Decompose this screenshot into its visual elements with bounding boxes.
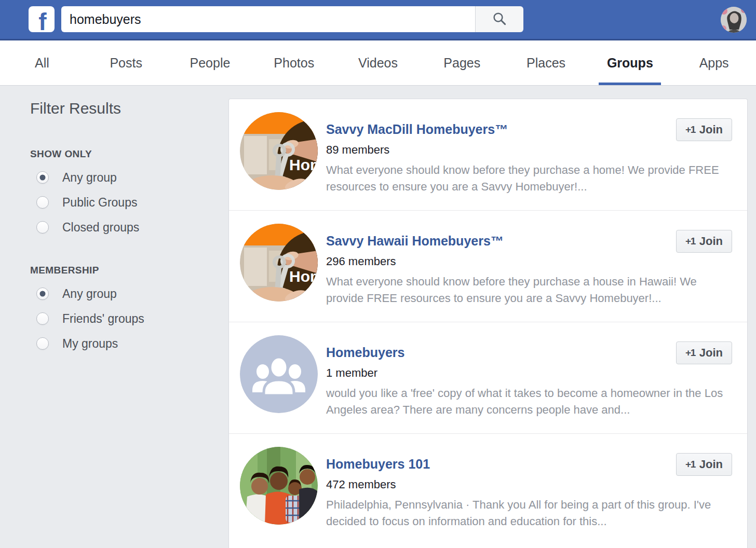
group-result-row: Sav Hom [229,99,747,211]
search-bar [61,6,523,32]
radio-button[interactable] [36,196,49,209]
join-button-label: Join [699,346,723,360]
search-result-tabs: All Posts People Photos Videos Pages Pla… [0,40,756,86]
radio-button[interactable] [36,221,49,234]
filter-option-label: Any group [62,287,117,301]
join-button-label: Join [699,235,723,248]
facebook-logo-letter: f [38,11,46,32]
group-avatar-keys-photo[interactable]: Sav Hom [240,112,318,190]
group-avatar-family-photo[interactable] [240,447,318,525]
filter-option-my-groups[interactable]: My groups [30,331,212,356]
person-add-icon: +1 [685,459,695,470]
group-avatar-keys-photo[interactable]: Sav Hom [240,224,318,302]
profile-avatar[interactable] [721,7,747,33]
radio-button[interactable] [36,312,49,325]
profile-avatar-image [721,7,747,33]
show-only-heading: SHOW ONLY [30,148,212,160]
person-add-icon: +1 [685,347,695,359]
group-member-count: 296 members [326,255,736,268]
join-button-label: Join [699,458,723,471]
filter-option-label: Friends' groups [62,312,144,326]
filter-option-friends-groups[interactable]: Friends' groups [30,306,212,331]
radio-button[interactable] [36,287,49,300]
group-title-link[interactable]: Homebuyers 101 [326,457,430,472]
group-description: would you like a 'free' copy of what it … [326,385,731,418]
tab-all[interactable]: All [0,40,84,85]
facebook-logo[interactable]: f [29,6,55,32]
filter-option-closed-groups[interactable]: Closed groups [30,215,212,240]
filter-option-label: My groups [62,337,118,351]
filter-option-public-groups[interactable]: Public Groups [30,190,212,215]
tab-places[interactable]: Places [504,40,588,85]
group-avatar-default-icon[interactable] [240,335,318,413]
filter-option-any-group-membership[interactable]: Any group [30,281,212,306]
filter-option-label: Any group [62,171,117,185]
magnifier-icon [492,11,507,28]
filter-results-title: Filter Results [30,100,212,117]
group-description: What everyone should know before they pu… [326,162,731,195]
tab-videos[interactable]: Videos [336,40,420,85]
group-member-count: 89 members [326,143,736,157]
tab-people[interactable]: People [168,40,252,85]
top-navigation-bar: f [0,0,756,40]
person-add-icon: +1 [685,236,695,247]
join-button[interactable]: +1 Join [676,453,732,476]
tab-apps[interactable]: Apps [672,40,756,85]
tab-posts[interactable]: Posts [84,40,168,85]
tab-pages[interactable]: Pages [420,40,504,85]
group-description: Philadelphia, Pennsylvania · Thank you A… [326,497,731,530]
group-results-list: Sav Hom [228,99,748,548]
join-button-label: Join [699,123,723,136]
person-add-icon: +1 [685,124,695,135]
group-result-row: Homebuyers 1 member would you like a 'fr… [229,322,747,434]
filter-option-any-group[interactable]: Any group [30,165,212,190]
group-result-row: Homebuyers 101 472 members Philadelphia,… [229,434,747,548]
join-button[interactable]: +1 Join [676,230,732,253]
search-button[interactable] [475,6,523,32]
group-title-link[interactable]: Homebuyers [326,345,404,360]
group-title-link[interactable]: Savvy Hawaii Homebuyers™ [326,234,504,249]
search-input[interactable] [61,6,475,32]
group-member-count: 472 members [326,478,736,491]
join-button[interactable]: +1 Join [676,118,732,141]
tab-photos[interactable]: Photos [252,40,336,85]
filter-option-label: Public Groups [62,196,137,210]
tab-groups[interactable]: Groups [588,40,672,85]
group-member-count: 1 member [326,366,736,380]
group-description: What everyone should know before they pu… [326,273,731,307]
radio-button[interactable] [36,337,49,350]
join-button[interactable]: +1 Join [676,341,732,364]
membership-heading: MEMBERSHIP [30,265,212,276]
group-title-link[interactable]: Savvy MacDill Homebuyers™ [326,122,508,137]
filter-sidebar: Filter Results SHOW ONLY Any group Publi… [30,100,212,356]
radio-button[interactable] [36,171,49,184]
filter-option-label: Closed groups [62,221,139,235]
group-result-row: Sav Hom [229,211,747,322]
